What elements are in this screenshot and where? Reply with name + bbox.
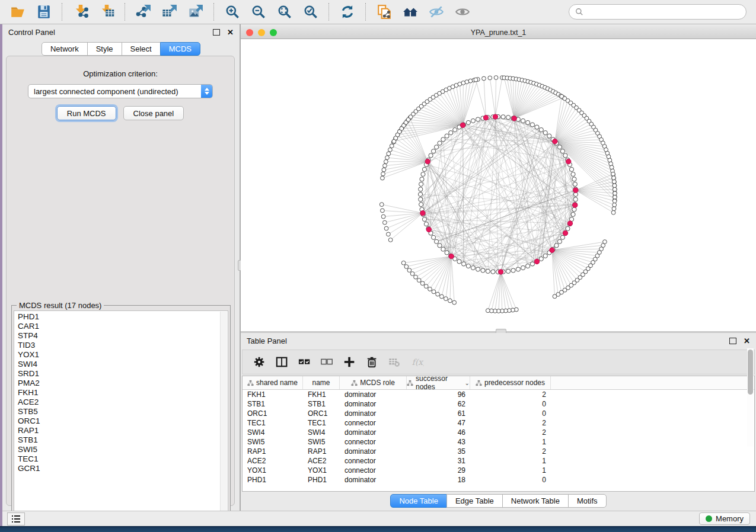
svg-text:f(x): f(x) [412,358,424,367]
table-header-row: shared namenameMCDS rolesuccessor nodes⌄… [243,376,754,390]
table-row-PHD1[interactable]: PHD1PHD1dominator180 [243,475,754,485]
column-header-MCDS-role[interactable]: MCDS role [340,376,407,389]
tab-node-table[interactable]: Node Table [390,494,447,508]
float-panel-icon[interactable] [729,338,736,344]
close-panel-icon[interactable]: ✕ [744,337,750,345]
first-neighbors-icon[interactable] [400,3,420,21]
cell: TEC1 [243,419,303,427]
export-network-icon[interactable] [133,3,154,21]
result-node-item[interactable]: GCR1 [18,464,228,473]
search-box[interactable] [569,4,747,20]
import-table-icon[interactable] [97,3,117,21]
deselect-all-icon[interactable] [318,353,336,371]
result-node-item[interactable]: SWI5 [18,445,228,454]
result-node-item[interactable]: RAP1 [18,426,228,435]
show-all-icon[interactable] [452,3,473,21]
table-row-SWI5[interactable]: SWI5SWI5connector431 [243,437,754,447]
tab-edge-table[interactable]: Edge Table [446,494,503,508]
result-node-item[interactable]: TEC1 [18,454,228,464]
zoom-out-icon[interactable] [248,3,269,21]
criterion-dropdown[interactable]: largest connected component (undirected) [28,84,213,98]
table-row-STB1[interactable]: STB1STB1dominator620 [243,399,754,409]
minimize-window-icon[interactable] [258,29,265,36]
toolbar-separator [365,3,366,21]
column-header-successor-nodes[interactable]: successor nodes⌄ [407,376,470,389]
column-header-predecessor-nodes[interactable]: predecessor nodes [470,376,551,389]
result-node-item[interactable]: STP4 [18,331,228,341]
result-node-item[interactable]: CAR1 [18,322,228,331]
result-node-item[interactable]: FKH1 [18,388,228,398]
refresh-icon[interactable] [337,3,358,21]
hide-selected-icon[interactable] [426,3,446,21]
result-node-item[interactable]: YOX1 [18,350,228,360]
close-panel-icon[interactable]: ✕ [227,28,234,36]
column-header-name[interactable]: name [303,376,340,389]
table-row-YOX1[interactable]: YOX1YOX1connector291 [243,466,754,475]
gear-icon[interactable] [251,353,269,371]
node-table[interactable]: shared namenameMCDS rolesuccessor nodes⌄… [242,376,755,492]
table-row-ORC1[interactable]: ORC1ORC1dominator610 [243,409,754,418]
table-row-FKH1[interactable]: FKH1FKH1dominator962 [243,390,754,399]
open-file-icon[interactable] [8,3,28,21]
table-row-ACE2[interactable]: ACE2ACE2connector311 [243,456,754,466]
close-window-icon[interactable] [246,29,253,36]
cell: dominator [340,390,407,399]
run-mcds-button[interactable]: Run MCDS [57,106,116,120]
column-header-shared-name[interactable]: shared name [243,376,303,389]
tab-mcds[interactable]: MCDS [160,42,200,56]
save-session-icon[interactable] [34,3,54,21]
clone-network-icon[interactable] [374,3,394,21]
table-row-RAP1[interactable]: RAP1RAP1dominator352 [243,447,754,456]
task-history-button[interactable] [7,512,25,525]
tab-motifs[interactable]: Motifs [568,494,607,508]
maximize-window-icon[interactable] [270,29,277,36]
network-window-titlebar[interactable]: YPA_prune.txt_1 [241,26,756,39]
cell: SWI4 [303,428,340,437]
import-network-icon[interactable] [71,3,91,21]
cell: 96 [407,390,470,399]
result-node-item[interactable]: STB1 [18,435,228,445]
table-row-TEC1[interactable]: TEC1TEC1connector472 [243,418,754,428]
table-scrollbar[interactable] [747,348,754,447]
toolbar-separator [125,3,126,21]
memory-button[interactable]: Memory [699,512,750,525]
scrollbar-thumb[interactable] [748,350,753,395]
result-node-item[interactable]: PMA2 [18,379,228,388]
zoom-in-icon[interactable] [222,3,243,21]
zoom-fit-icon[interactable] [275,3,295,21]
result-node-item[interactable]: STB5 [18,407,228,416]
result-node-item[interactable]: PHD1 [18,312,228,322]
cell: 2 [470,419,551,427]
dropdown-stepper-icon [201,85,212,98]
cell: 1 [470,466,551,475]
zoom-selected-icon[interactable] [301,3,321,21]
float-panel-icon[interactable] [213,29,220,36]
select-all-icon[interactable] [296,353,314,371]
mcds-result-list[interactable]: PHD1CAR1STP4TID3YOX1SWI4SRD1PMA2FKH1ACE2… [14,310,228,522]
cell: 61 [407,409,470,418]
result-scrollbar[interactable] [220,312,227,521]
network-canvas[interactable] [241,39,756,331]
table-toolbar: f(x) [242,350,755,374]
result-node-item[interactable]: SRD1 [18,369,228,379]
result-node-item[interactable]: SWI4 [18,360,228,369]
tab-style[interactable]: Style [87,42,122,56]
control-panel-title: Control Panel [8,28,55,37]
close-panel-button[interactable]: Close panel [123,106,184,120]
table-row-SWI4[interactable]: SWI4SWI4dominator462 [243,428,754,437]
tab-network-table[interactable]: Network Table [502,494,569,508]
delete-icon[interactable] [363,353,381,371]
result-node-item[interactable]: ACE2 [18,398,228,407]
add-icon[interactable] [341,353,359,371]
split-columns-icon[interactable] [273,353,291,371]
sort-desc-icon: ⌄ [465,380,470,386]
result-node-item[interactable]: TID3 [18,341,228,350]
result-node-item[interactable]: ORC1 [18,416,228,426]
export-table-icon[interactable] [160,3,180,21]
search-input[interactable] [587,7,740,17]
cell: SWI4 [243,428,303,437]
tab-select[interactable]: Select [122,42,161,56]
tab-network[interactable]: Network [42,42,88,56]
export-image-icon[interactable] [186,3,206,21]
cell: SWI5 [243,438,303,446]
